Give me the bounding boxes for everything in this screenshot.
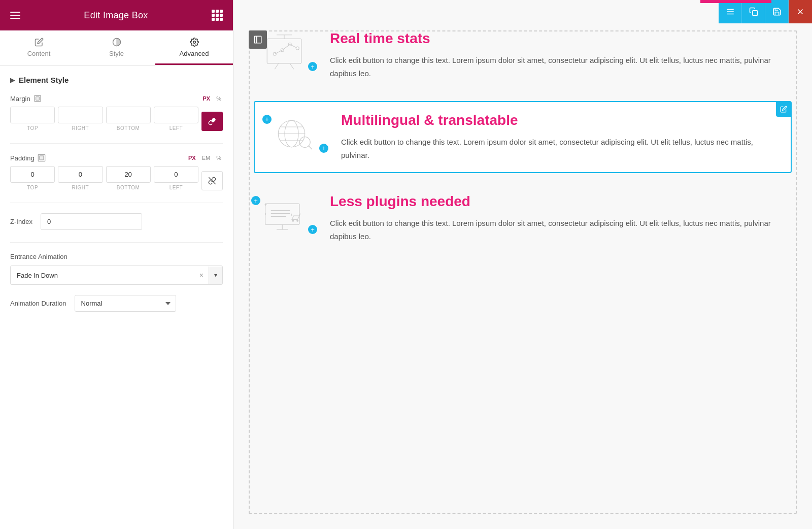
top-bar [719, 0, 812, 23]
margin-bottom-input[interactable] [106, 107, 151, 123]
padding-icon [38, 154, 46, 162]
collapse-arrow[interactable]: ▶ [10, 77, 15, 84]
padding-group: Padding PX EM % TOP [10, 154, 223, 190]
content-area: + + Real ti [233, 0, 812, 279]
separator-1 [10, 143, 223, 144]
tab-advanced-label: Advanced [180, 50, 209, 57]
padding-bottom-input[interactable] [106, 166, 151, 183]
add-btn-bottom-right-3[interactable]: + [308, 225, 317, 234]
topbar-copy-icon [749, 7, 758, 16]
padding-top-label: TOP [27, 185, 38, 190]
separator-3 [10, 242, 223, 243]
topbar-menu-icon [726, 7, 735, 16]
margin-units: PX % [201, 95, 223, 102]
chart-icon [261, 30, 307, 74]
entrance-animation-clear[interactable]: × [194, 266, 209, 284]
margin-top-cell: TOP [10, 107, 55, 131]
entrance-animation-dropdown[interactable]: Fade In Down × ▾ [10, 266, 223, 285]
svg-rect-10 [752, 11, 757, 16]
svg-rect-15 [267, 39, 301, 63]
less-plugins-text: Less plugins needed Click edit button to… [330, 193, 792, 244]
topbar-save-icon [772, 7, 782, 16]
panel-title: Edit Image Box [84, 10, 148, 21]
add-btn-bottom-right-2[interactable]: + [319, 144, 328, 153]
section-real-time-stats: + + Real ti [254, 30, 792, 81]
entrance-animation-arrow[interactable]: ▾ [209, 267, 222, 284]
svg-point-38 [297, 220, 298, 221]
padding-unit-em[interactable]: EM [200, 154, 212, 161]
margin-top-input[interactable] [10, 107, 55, 123]
padding-unlink-button[interactable] [201, 171, 223, 190]
padding-top-cell: TOP [10, 166, 55, 190]
svg-text:+: + [264, 202, 267, 207]
topbar-copy-button[interactable] [742, 0, 765, 23]
svg-point-1 [193, 41, 195, 44]
margin-inputs: TOP RIGHT BOTTOM LEFT [10, 107, 223, 131]
padding-bottom-cell: BOTTOM [106, 166, 151, 190]
grid-icon[interactable] [212, 10, 223, 21]
svg-line-30 [309, 145, 313, 149]
svg-point-37 [292, 220, 294, 221]
less-plugins-title: Less plugins needed [330, 193, 792, 210]
section-multilingual: + + Multilingual & translatable Click ed… [254, 101, 792, 174]
padding-unit-pct[interactable]: % [215, 154, 223, 161]
zindex-input[interactable] [41, 213, 142, 230]
tab-content-label: Content [27, 50, 51, 57]
hamburger-icon[interactable] [10, 12, 20, 19]
edit-pencil-button[interactable] [776, 102, 791, 117]
margin-right-label: RIGHT [72, 125, 89, 131]
margin-right-input[interactable] [58, 107, 103, 123]
sidebar-toggle-icon [253, 35, 262, 44]
animation-duration-select[interactable]: Normal Slow Fast [75, 295, 176, 312]
tab-content[interactable]: Content [0, 30, 78, 65]
margin-left-input[interactable] [154, 107, 198, 123]
less-plugins-icon-group: + [254, 193, 315, 237]
svg-text:+: + [264, 212, 267, 217]
padding-top-input[interactable] [10, 166, 55, 183]
animation-duration-label: Animation Duration [10, 300, 66, 307]
padding-left-cell: LEFT [154, 166, 198, 190]
add-btn-bottom-right-1[interactable]: + [308, 62, 317, 71]
padding-unit-px[interactable]: PX [187, 154, 197, 161]
entrance-animation-group: Entrance Animation Fade In Down × ▾ [10, 253, 223, 285]
margin-icon [33, 94, 42, 103]
right-panel: + + Real ti [233, 0, 812, 529]
less-plugins-desc: Click edit button to change this text. L… [330, 217, 792, 244]
margin-unit-px[interactable]: PX [201, 95, 212, 102]
svg-rect-3 [36, 97, 39, 101]
margin-label: Margin [10, 94, 42, 103]
topbar-menu-button[interactable] [719, 0, 742, 23]
tab-style[interactable]: Style [78, 30, 155, 65]
multilingual-title: Multilingual & translatable [341, 112, 781, 128]
topbar-save-button[interactable] [765, 0, 789, 23]
add-btn-top-left-2[interactable]: + [262, 115, 272, 124]
tab-advanced[interactable]: Advanced [155, 30, 233, 65]
svg-rect-13 [254, 36, 261, 43]
margin-link-button[interactable] [201, 112, 223, 131]
padding-left-label: LEFT [170, 185, 183, 190]
zindex-row: Z-Index [10, 213, 223, 230]
element-style-label: Element Style [19, 76, 69, 84]
padding-right-input[interactable] [58, 166, 103, 183]
sidebar-toggle-button[interactable] [249, 30, 267, 49]
topbar-close-icon [796, 7, 805, 16]
topbar-close-button[interactable] [789, 0, 812, 23]
padding-inputs: TOP RIGHT BOTTOM LEFT [10, 166, 223, 190]
margin-unit-pct[interactable]: % [215, 95, 223, 102]
margin-bottom-label: BOTTOM [117, 125, 140, 131]
panel-body: ▶ Element Style Margin PX % [0, 65, 233, 529]
padding-right-label: RIGHT [72, 185, 89, 190]
tab-style-label: Style [109, 50, 124, 57]
section-less-plugins: + [254, 193, 792, 244]
entrance-animation-value: Fade In Down [11, 267, 194, 284]
zindex-label: Z-Index [10, 218, 32, 225]
monitor-icon: + + [261, 193, 307, 237]
entrance-animation-label: Entrance Animation [10, 253, 223, 260]
animation-duration-group: Animation Duration Normal Slow Fast [10, 295, 223, 312]
separator-2 [10, 203, 223, 203]
left-panel: Edit Image Box Content Style Advanced [0, 0, 233, 529]
padding-left-input[interactable] [154, 166, 198, 183]
padding-label: Padding [10, 154, 46, 162]
svg-rect-5 [40, 156, 44, 160]
add-btn-top-left-3[interactable]: + [251, 196, 260, 205]
